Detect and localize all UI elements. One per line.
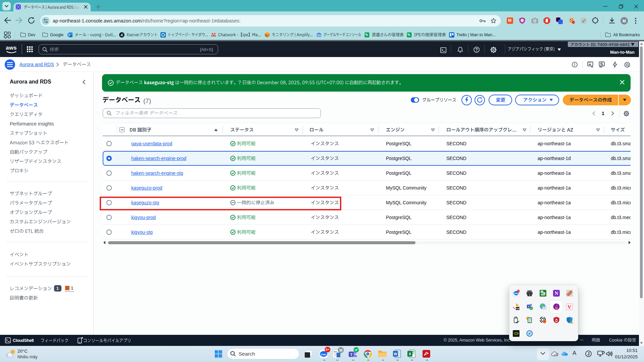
svg-text:J: J — [587, 352, 590, 356]
svg-text:POBI: POBI — [515, 308, 520, 310]
svg-text:M: M — [339, 348, 342, 352]
svg-text:W: W — [394, 352, 397, 356]
svg-text:T: T — [528, 305, 530, 308]
svg-text:5+: 5+ — [326, 348, 330, 351]
svg-text:X: X — [409, 352, 411, 356]
svg-text:V: V — [568, 304, 572, 310]
svg-text:Zalo: Zalo — [514, 292, 518, 295]
svg-text:Zalo: Zalo — [321, 353, 327, 356]
svg-text:T: T — [350, 353, 353, 357]
svg-text:N: N — [554, 291, 558, 296]
